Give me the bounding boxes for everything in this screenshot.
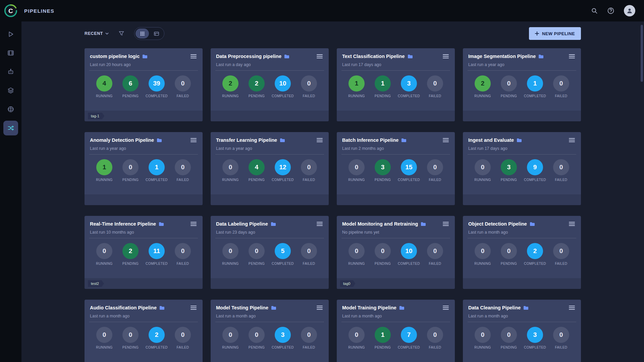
stat-label: RUNNING: [222, 178, 238, 182]
grid-view-button[interactable]: [136, 28, 149, 39]
search-icon: [591, 7, 598, 14]
stat-circle: 2: [527, 243, 543, 259]
stat-circle: 0: [501, 327, 517, 343]
card-menu-button[interactable]: [568, 304, 576, 311]
sidebar-item-applications[interactable]: [3, 64, 18, 79]
card-menu-button[interactable]: [315, 53, 324, 60]
tag-chip[interactable]: tag-1: [88, 113, 104, 119]
card-footer: test2: [85, 278, 203, 289]
pipeline-card[interactable]: Model Testing Pipeline Last run a month …: [211, 300, 329, 362]
sidebar-item-reports[interactable]: [3, 102, 18, 117]
stat-circle: 11: [149, 243, 165, 259]
pipeline-card[interactable]: Ingest and Evaluate Last run 17 days ago…: [463, 132, 581, 205]
card-menu-button[interactable]: [315, 304, 324, 311]
stat-label: PENDING: [375, 94, 391, 98]
pipeline-card[interactable]: custom pipeline logic Last run 20 hours …: [85, 48, 203, 121]
stat-failed: 0 FAILED: [297, 159, 321, 182]
hamburger-menu-icon: [317, 138, 323, 142]
card-menu-button[interactable]: [441, 136, 450, 144]
pipeline-last-run: Last run 17 days ago: [342, 62, 450, 67]
stat-pending: 3 PENDING: [371, 159, 394, 182]
new-pipeline-button[interactable]: NEW PIPELINE: [529, 27, 581, 40]
hamburger-menu-icon: [443, 305, 449, 310]
pipeline-stats: 1 RUNNING 1 PENDING 3 COMPLETED 0 FAILED: [337, 71, 455, 98]
card-footer: [211, 194, 329, 205]
help-button[interactable]: [607, 7, 614, 14]
pipeline-card[interactable]: Image Segmentation Pipeline Last run a y…: [463, 48, 581, 121]
stat-running: 0 RUNNING: [345, 327, 368, 349]
tag-chip[interactable]: tag0: [340, 280, 355, 287]
pipeline-card[interactable]: Audio Classification Pipeline Last run a…: [85, 300, 203, 362]
stat-completed: 1 COMPLETED: [523, 75, 547, 98]
tag-chip[interactable]: test2: [88, 280, 104, 287]
stat-label: FAILED: [177, 94, 189, 98]
pipeline-card[interactable]: Object Detection Pipeline Last run a mon…: [463, 216, 581, 289]
stat-label: PENDING: [375, 178, 391, 182]
pipeline-card[interactable]: Model Monitoring and Retraining No pipel…: [337, 216, 455, 289]
sort-dropdown[interactable]: RECENT: [85, 31, 109, 36]
stat-label: FAILED: [555, 94, 568, 98]
stat-label: COMPLETED: [146, 94, 168, 98]
sidebar-item-datasets[interactable]: [3, 46, 18, 60]
pipeline-stats: 0 RUNNING 3 PENDING 9 COMPLETED 0 FAILED: [463, 155, 581, 182]
stat-failed: 0 FAILED: [423, 243, 447, 265]
sidebar-item-pipelines[interactable]: [3, 121, 18, 135]
app-logo[interactable]: C: [0, 0, 21, 21]
stat-failed: 0 FAILED: [549, 159, 573, 182]
pipeline-card[interactable]: Data Labeling Pipeline Last run 23 days …: [211, 216, 329, 289]
pipeline-card[interactable]: Transfer Learning Pipeline Last run a ye…: [211, 132, 329, 205]
pipeline-stats: 0 RUNNING 0 PENDING 2 COMPLETED 0 FAILED: [85, 322, 203, 349]
card-menu-button[interactable]: [441, 220, 450, 228]
pipeline-name: Model Testing Pipeline: [216, 305, 268, 310]
search-button[interactable]: [591, 7, 598, 14]
pipeline-card[interactable]: Text Classification Pipeline Last run 17…: [337, 48, 455, 121]
stat-label: RUNNING: [96, 178, 112, 182]
sidebar-item-hyper-datasets[interactable]: [3, 83, 18, 98]
pipeline-card[interactable]: Anomaly Detection Pipeline Last run a ye…: [85, 132, 203, 205]
pipeline-last-run: Last run 10 months ago: [90, 230, 198, 235]
card-menu-button[interactable]: [315, 136, 324, 144]
stat-circle: 0: [427, 243, 443, 259]
stat-running: 0 RUNNING: [219, 243, 242, 265]
user-avatar-button[interactable]: [624, 5, 635, 16]
pipeline-card[interactable]: Data Preprocessing pipeline Last run a d…: [211, 48, 329, 121]
card-menu-button[interactable]: [315, 220, 324, 228]
pipeline-name: Audio Classification Pipeline: [90, 305, 157, 310]
card-menu-button[interactable]: [189, 136, 198, 144]
table-view-button[interactable]: [150, 28, 163, 39]
stat-label: RUNNING: [348, 178, 365, 182]
stat-label: RUNNING: [348, 346, 365, 349]
stat-circle: 5: [275, 243, 291, 259]
scrollbar-thumb[interactable]: [641, 25, 643, 82]
stat-label: PENDING: [501, 178, 517, 182]
pipeline-last-run: Last run a year ago: [90, 146, 198, 151]
pipeline-card[interactable]: Batch Inference Pipeline Last run 2 mont…: [337, 132, 455, 205]
pipeline-last-run: Last run a month ago: [468, 230, 576, 235]
card-menu-button[interactable]: [189, 53, 198, 60]
stat-circle: 0: [348, 243, 365, 259]
stat-circle: 3: [527, 327, 543, 343]
project-folder-icon: [284, 54, 289, 59]
stat-circle: 2: [475, 75, 491, 92]
card-menu-button[interactable]: [189, 304, 198, 311]
card-menu-button[interactable]: [441, 53, 450, 60]
card-menu-button[interactable]: [441, 304, 450, 311]
card-menu-button[interactable]: [568, 220, 576, 228]
card-menu-button[interactable]: [189, 220, 198, 228]
pipeline-name: custom pipeline logic: [90, 54, 140, 59]
pipeline-card[interactable]: Data Cleaning Pipeline Last run a month …: [463, 300, 581, 362]
card-header: Data Labeling Pipeline Last run 23 days …: [211, 216, 329, 235]
sidebar-item-projects[interactable]: [3, 27, 18, 42]
sidebar-nav: [0, 21, 21, 362]
card-menu-button[interactable]: [568, 136, 576, 144]
pipeline-last-run: Last run a month ago: [216, 314, 324, 318]
robot-icon: [7, 68, 14, 75]
card-menu-button[interactable]: [568, 53, 576, 60]
pipeline-card[interactable]: Real-Time Inference Pipeline Last run 10…: [85, 216, 203, 289]
stat-circle: 2: [122, 243, 139, 259]
card-footer: tag0: [337, 278, 455, 289]
pipeline-card[interactable]: Model Training Pipeline Last run a month…: [337, 300, 455, 362]
stat-pending: 1 PENDING: [371, 327, 394, 349]
filter-button[interactable]: [118, 30, 125, 37]
project-folder-icon: [401, 138, 407, 142]
